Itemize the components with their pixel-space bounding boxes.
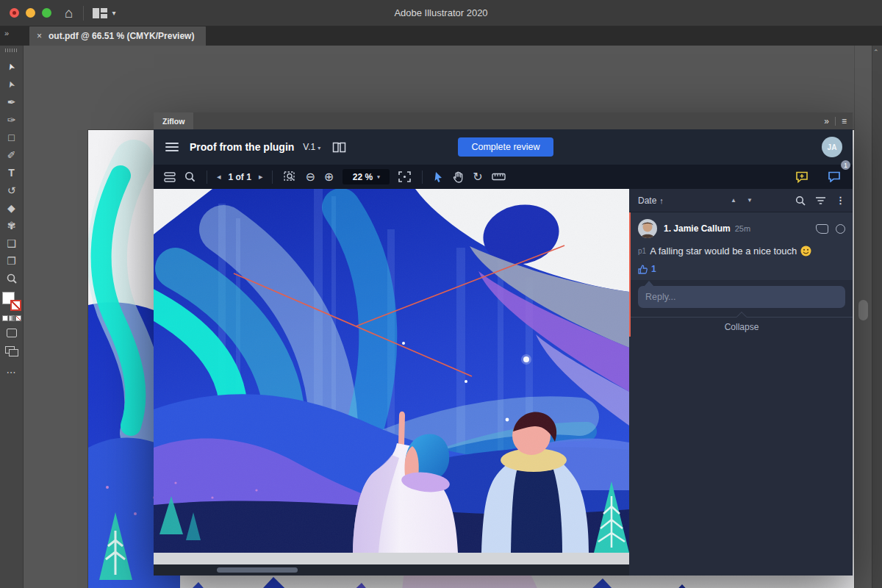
chevron-down-icon: ▾ <box>318 145 320 151</box>
color-button[interactable] <box>2 315 8 321</box>
sort-direction-icon[interactable]: ↑ <box>659 196 664 205</box>
rectangle-tool[interactable]: □ <box>3 129 21 146</box>
comment-type-icon[interactable] <box>816 224 828 234</box>
proof-page-margin <box>154 553 629 564</box>
user-avatar[interactable]: JA <box>822 137 842 157</box>
proof-toolbar: ◂ 1 of 1 ▸ ⊖ ⊕ 22 %▾ ↻ <box>154 165 853 189</box>
magnifier-icon <box>6 273 18 284</box>
panel-dock[interactable] <box>872 46 882 588</box>
sort-label[interactable]: Date <box>638 196 656 206</box>
app-title: Adobe Illustrator 2020 <box>0 7 882 18</box>
annotation-note-icon[interactable] <box>791 165 813 189</box>
proof-title: Proof from the plugin <box>190 141 294 153</box>
stroke-swatch[interactable] <box>10 300 21 311</box>
horizontal-scrollbar[interactable] <box>154 564 629 576</box>
selection-tool[interactable]: ➤ <box>3 58 21 76</box>
eraser-tool[interactable]: ◆ <box>3 199 21 217</box>
document-tab-label: out.pdf @ 66.51 % (CMYK/Preview) <box>49 31 194 41</box>
color-type-bar[interactable] <box>2 315 21 321</box>
zoom-tool[interactable] <box>3 270 21 287</box>
zoom-level-dropdown[interactable]: 22 %▾ <box>343 169 390 184</box>
none-button[interactable] <box>15 315 21 321</box>
vertical-scrollbar[interactable] <box>854 46 872 588</box>
type-tool[interactable]: T <box>3 164 21 182</box>
collapse-all-icon[interactable]: ▲ <box>731 197 736 204</box>
comments-header: Date ↑ ▲ ▼ ⋮ <box>629 189 853 212</box>
next-page-icon[interactable]: ▸ <box>256 172 266 182</box>
hand-tool-icon[interactable] <box>448 165 468 189</box>
collapse-dock-icon[interactable]: ⌃ <box>873 49 879 56</box>
comment-thread: 1. Jamie Callum 25m p1 A falling star wo… <box>629 212 853 337</box>
chevron-down-icon: ▾ <box>377 174 380 180</box>
like-count: 1 <box>651 264 656 274</box>
comment-count-badge: 1 <box>841 160 850 170</box>
comments-panel: Date ↑ ▲ ▼ ⋮ 1. Jamie Callum 25m <box>629 189 853 576</box>
artboard-tool[interactable]: ❐ <box>3 252 21 270</box>
rotate-tool[interactable]: ↺ <box>3 182 21 199</box>
commenter-name: 1. Jamie Callum <box>664 223 731 234</box>
zoom-out-icon[interactable]: ⊖ <box>301 165 319 189</box>
panel-expander-icon[interactable]: » <box>4 29 10 37</box>
panel-menu-icon[interactable]: ≡ <box>842 116 847 126</box>
measure-tool-icon[interactable] <box>487 165 510 189</box>
screen-mode-button[interactable] <box>5 346 18 356</box>
fill-stroke-swatches[interactable] <box>2 292 21 311</box>
more-options-icon[interactable]: ⋮ <box>836 195 845 206</box>
draw-mode-button[interactable] <box>7 329 17 337</box>
ziflow-tabstrip: Ziflow » ≡ <box>154 112 853 129</box>
comment-card[interactable]: 1. Jamie Callum 25m p1 A falling star wo… <box>631 212 853 280</box>
expand-panel-icon[interactable]: » <box>824 116 829 126</box>
scrollbar-thumb[interactable] <box>217 567 298 573</box>
smiley-emoji <box>800 245 811 257</box>
filter-icon[interactable] <box>815 196 826 205</box>
pages-panel-icon[interactable] <box>159 165 180 189</box>
complete-review-button[interactable]: Complete review <box>458 137 553 157</box>
fit-to-screen-icon[interactable] <box>394 165 415 189</box>
rotate-view-icon[interactable]: ↻ <box>468 165 487 189</box>
zoom-in-icon[interactable]: ⊕ <box>320 165 338 189</box>
ziflow-tab[interactable]: Ziflow <box>154 112 193 129</box>
document-tabbar: » × out.pdf @ 66.51 % (CMYK/Preview) <box>0 26 882 46</box>
gradient-button[interactable] <box>9 315 15 321</box>
blend-tool[interactable]: ✾ <box>3 217 21 234</box>
expand-all-icon[interactable]: ▼ <box>747 197 753 204</box>
comment-text: A falling star would be a nice touch <box>650 245 797 257</box>
scrollbar-thumb[interactable] <box>858 300 868 320</box>
prev-page-icon[interactable]: ◂ <box>214 172 224 182</box>
document-tab[interactable]: × out.pdf @ 66.51 % (CMYK/Preview) <box>29 26 206 46</box>
more-tools-button[interactable]: ⋯ <box>7 367 17 378</box>
menubar: ⌂ ▾ Adobe Illustrator 2020 <box>0 0 882 26</box>
menu-icon[interactable] <box>165 143 179 151</box>
ziflow-header: Proof from the plugin V.1▾ Complete revi… <box>154 129 853 165</box>
paintbrush-tool[interactable]: ✐ <box>3 146 21 164</box>
pen-tool[interactable]: ✒ <box>3 93 21 111</box>
pointer-tool-icon[interactable] <box>429 165 448 189</box>
version-dropdown[interactable]: V.1▾ <box>303 142 320 152</box>
shape-builder-tool[interactable]: ❑ <box>3 234 21 252</box>
curvature-tool[interactable]: ✑ <box>3 111 21 129</box>
proof-canvas[interactable] <box>154 189 629 576</box>
compare-versions-icon[interactable] <box>332 142 346 153</box>
comment-status-icon[interactable] <box>836 224 845 234</box>
search-comments-icon[interactable] <box>795 196 806 206</box>
thumbs-up-icon <box>638 265 648 274</box>
ziflow-window: Ziflow » ≡ Proof from the plugin V.1▾ Co… <box>154 112 853 576</box>
toolbar-grip[interactable] <box>5 49 18 52</box>
marquee-zoom-icon[interactable] <box>279 165 301 189</box>
reply-input[interactable] <box>638 286 845 308</box>
page-indicator: 1 of 1 <box>224 172 256 182</box>
proof-image <box>154 189 629 553</box>
comments-toggle-icon[interactable]: 1 <box>823 165 845 189</box>
comment-time: 25m <box>735 224 750 233</box>
toolbar: ➤ ➤ ✒ ✑ □ ✐ T ↺ ◆ ✾ ❑ ❐ ⋯ <box>0 46 24 588</box>
like-button[interactable]: 1 <box>638 264 845 274</box>
close-tab-icon[interactable]: × <box>37 31 42 41</box>
collapse-button[interactable]: Collapse <box>631 317 853 337</box>
page-reference: p1 <box>638 247 646 255</box>
direct-selection-tool[interactable]: ➤ <box>3 76 21 93</box>
divider <box>835 117 836 126</box>
search-icon[interactable] <box>180 165 200 189</box>
commenter-avatar <box>638 219 657 238</box>
